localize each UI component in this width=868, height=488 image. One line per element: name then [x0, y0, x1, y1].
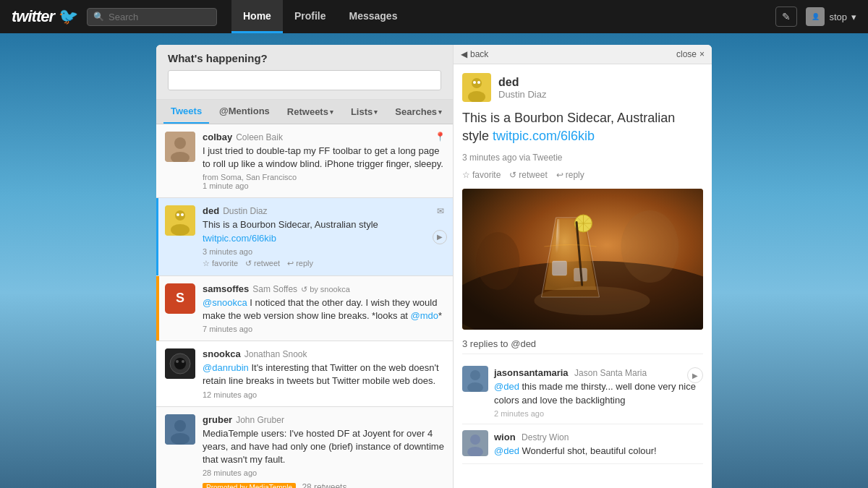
- tweet-time: 12 minutes ago: [203, 390, 444, 399]
- reply-mention[interactable]: @ded: [494, 445, 519, 456]
- selected-indicator: [156, 198, 158, 275]
- avatar: [165, 132, 195, 162]
- nav-home[interactable]: Home: [231, 0, 283, 33]
- tab-lists[interactable]: Lists ▾: [344, 100, 385, 123]
- avatar: [165, 348, 195, 379]
- svg-point-5: [171, 224, 190, 236]
- svg-point-7: [181, 213, 184, 216]
- svg-point-37: [470, 370, 480, 380]
- timeline-tabs: Tweets @Mentions Retweets ▾ Lists ▾ Sear…: [156, 100, 453, 124]
- detail-favorite-action[interactable]: ☆ favorite: [462, 170, 501, 180]
- user-avatar: 👤: [806, 7, 825, 26]
- svg-point-11: [176, 360, 179, 363]
- detail-realname: Dustin Diaz: [498, 89, 546, 100]
- promoted-indicator: [156, 276, 159, 341]
- detail-tweet-text: This is a Bourbon Sidecar, Australian st…: [462, 109, 703, 145]
- reply-header: wion Destry Wion: [494, 430, 703, 443]
- reply-time: 2 minutes ago: [494, 409, 703, 418]
- tweet-header: colbay Coleen Baik: [203, 132, 444, 142]
- main-content: What's happening? Tweets @Mentions Retwe…: [0, 33, 868, 488]
- tweet-meta: from Soma, San Francisco 1 minute ago: [203, 173, 444, 190]
- mention-link[interactable]: @snookca: [203, 297, 247, 308]
- left-panel: What's happening? Tweets @Mentions Retwe…: [156, 45, 453, 488]
- tweet-body: ded Dustin Diaz ✉ This is a Bourbon Side…: [203, 205, 444, 267]
- topbar-right: ✎ 👤 stop ▾: [775, 7, 856, 27]
- dropdown-arrow-icon: ▾: [851, 12, 856, 22]
- tweet-body: samsoffes Sam Soffes ↺ by snookca @snook…: [203, 283, 444, 333]
- back-arrow-icon: ◀: [461, 49, 467, 59]
- tweet-item[interactable]: ded Dustin Diaz ✉ This is a Bourbon Side…: [156, 198, 453, 275]
- detail-retweet-action[interactable]: ↺ retweet: [509, 170, 547, 180]
- reply-item[interactable]: jasonsantamaria Jason Santa Maria @ded t…: [462, 360, 703, 424]
- tweet-text: I just tried to double-tap my FF toolbar…: [203, 145, 444, 171]
- tweet-username: gruber: [203, 414, 232, 425]
- replies-header: 3 replies to @ded: [462, 338, 703, 354]
- tweet-item[interactable]: snookca Jonathan Snook @danrubin It's in…: [156, 341, 453, 406]
- retweet-action[interactable]: ↺ retweet: [245, 259, 280, 268]
- tweet-expand-arrow[interactable]: ▶: [433, 230, 447, 244]
- detail-user-row: ded Dustin Diaz: [462, 73, 703, 102]
- detail-tweet-link[interactable]: twitpic.com/6l6kib: [493, 129, 595, 143]
- nav-messages[interactable]: Messages: [337, 0, 409, 33]
- detail-reply-action[interactable]: ↩ reply: [556, 170, 584, 180]
- svg-point-34: [477, 232, 520, 290]
- reply-avatar: [462, 430, 488, 456]
- reply-action[interactable]: ↩ reply: [287, 259, 313, 268]
- retweet-badge: ↺ by snookca: [301, 285, 350, 294]
- svg-point-33: [621, 210, 679, 283]
- searches-dropdown-arrow-icon: ▾: [438, 108, 442, 116]
- tweet-item[interactable]: S samsoffes Sam Soffes ↺ by snookca @sno…: [156, 276, 453, 341]
- tweet-username: colbay: [203, 132, 232, 142]
- compose-button[interactable]: ✎: [775, 7, 797, 27]
- search-input[interactable]: [109, 12, 210, 22]
- tab-mentions[interactable]: @Mentions: [212, 100, 277, 124]
- main-nav: Home Profile Messages: [231, 0, 409, 33]
- reply-icon: ↩: [556, 170, 563, 180]
- reply-username: jasonsantamaria: [494, 367, 569, 378]
- tab-tweets[interactable]: Tweets: [163, 100, 209, 124]
- close-button[interactable]: close ×: [676, 49, 705, 59]
- tweet-text: MediaTemple users: I've hosted DF at Joy…: [203, 427, 444, 467]
- tweet-realname: Dustin Diaz: [223, 206, 267, 216]
- tweet-item[interactable]: gruber John Gruber MediaTemple users: I'…: [156, 407, 453, 489]
- back-button[interactable]: ◀ back: [461, 49, 488, 59]
- avatar: [165, 414, 195, 445]
- tweet-item[interactable]: colbay Coleen Baik I just tried to doubl…: [156, 124, 453, 198]
- reply-header: jasonsantamaria Jason Santa Maria: [494, 366, 703, 379]
- mention-link[interactable]: @danrubin: [203, 362, 249, 373]
- detail-topbar: ◀ back close ×: [454, 45, 712, 64]
- tab-retweets[interactable]: Retweets ▾: [280, 100, 341, 123]
- tweet-username: samsoffes: [203, 283, 249, 294]
- username-label: stop: [829, 12, 847, 22]
- right-panel: ◀ back close ×: [453, 45, 712, 488]
- detail-username: ded: [498, 76, 546, 89]
- svg-point-1: [174, 137, 186, 149]
- tweet-link[interactable]: twitpic.com/6l6kib: [203, 233, 276, 244]
- lists-dropdown-arrow-icon: ▾: [374, 108, 378, 116]
- svg-point-21: [473, 81, 476, 84]
- favorite-action[interactable]: ☆ favorite: [203, 259, 238, 268]
- tweet-realname: John Gruber: [236, 415, 284, 425]
- promoted-info: Promoted by MediaTemple 28 retweets: [203, 480, 444, 488]
- tweet-dm-icon: ✉: [437, 206, 444, 216]
- topbar: twitter 🐦 🔍 Home Profile Messages ✎ 👤 st…: [0, 0, 868, 33]
- tweet-header: samsoffes Sam Soffes ↺ by snookca: [203, 283, 444, 294]
- user-menu[interactable]: 👤 stop ▾: [806, 7, 856, 26]
- tweet-time: 1 minute ago: [203, 181, 249, 190]
- detail-content: ded Dustin Diaz This is a Bourbon Sideca…: [454, 64, 712, 488]
- detail-meta: 3 minutes ago via Tweetie: [462, 153, 703, 163]
- reply-mention[interactable]: @ded: [494, 381, 519, 392]
- reply-username: wion: [494, 432, 516, 442]
- logo-text: twitter: [12, 7, 54, 26]
- tweet-body: colbay Coleen Baik I just tried to doubl…: [203, 132, 444, 190]
- search-box[interactable]: 🔍: [87, 8, 217, 26]
- tweet-compose-input[interactable]: [168, 70, 441, 90]
- back-label: back: [470, 49, 488, 59]
- detail-actions: ☆ favorite ↺ retweet ↩ reply: [462, 170, 703, 180]
- mention-link2[interactable]: @mdo: [411, 310, 439, 321]
- tab-searches[interactable]: Searches ▾: [388, 100, 449, 123]
- reply-item[interactable]: wion Destry Wion @ded Wonderful shot, be…: [462, 424, 703, 464]
- tweet-location: from Soma, San Francisco: [203, 173, 297, 181]
- tweet-text: @snookca I noticed that the other day. I…: [203, 296, 444, 322]
- nav-profile[interactable]: Profile: [283, 0, 338, 33]
